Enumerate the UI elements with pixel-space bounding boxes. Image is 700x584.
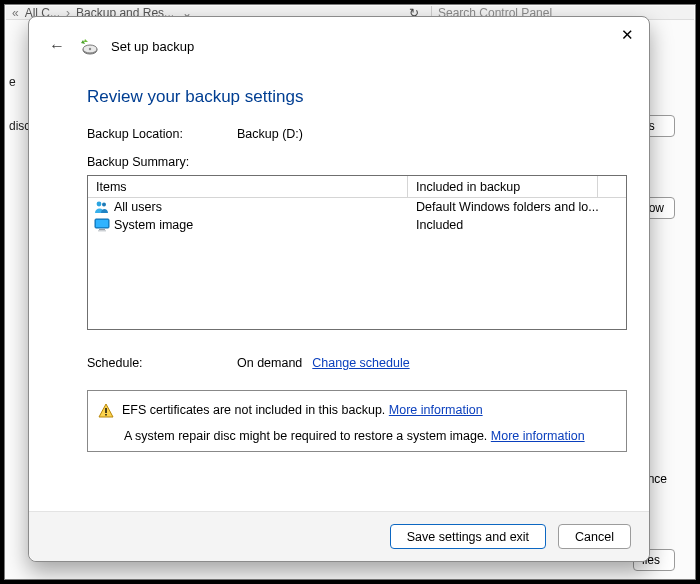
close-button[interactable]: ✕ xyxy=(615,23,639,47)
column-header-items[interactable]: Items xyxy=(88,176,408,198)
column-header-included[interactable]: Included in backup xyxy=(408,176,598,198)
row-item-label: All users xyxy=(114,200,162,214)
warning-icon xyxy=(98,403,114,419)
backup-location-value: Backup (D:) xyxy=(237,127,303,141)
info-panel: EFS certificates are not included in thi… xyxy=(87,390,627,452)
table-row[interactable]: System image Included xyxy=(88,216,626,234)
backup-location-label: Backup Location: xyxy=(87,127,237,141)
svg-rect-10 xyxy=(105,414,106,416)
back-arrow-icon: ← xyxy=(49,37,65,54)
svg-point-4 xyxy=(102,203,106,207)
set-up-backup-dialog: ✕ ← Set up backup Review your xyxy=(28,16,650,562)
page-title: Review your backup settings xyxy=(87,87,629,107)
cancel-button[interactable]: Cancel xyxy=(558,524,631,549)
dialog-section-title: Set up backup xyxy=(111,39,194,54)
table-header-row: Items Included in backup xyxy=(88,176,626,198)
svg-point-3 xyxy=(97,202,102,207)
svg-rect-7 xyxy=(99,229,105,230)
dialog-footer: Save settings and exit Cancel xyxy=(29,511,649,561)
svg-rect-6 xyxy=(96,220,108,227)
info-text: EFS certificates are not included in thi… xyxy=(122,403,483,419)
table-row[interactable]: All users Default Windows folders and lo… xyxy=(88,198,626,216)
close-icon: ✕ xyxy=(621,26,634,44)
backup-summary-label: Backup Summary: xyxy=(87,155,627,169)
more-information-link[interactable]: More information xyxy=(389,403,483,417)
schedule-label: Schedule: xyxy=(87,356,237,370)
svg-point-2 xyxy=(89,48,91,50)
backup-wizard-icon xyxy=(79,37,99,55)
schedule-value: On demand xyxy=(237,356,302,370)
save-settings-button[interactable]: Save settings and exit xyxy=(390,524,546,549)
row-included-label: Included xyxy=(408,218,626,232)
back-button[interactable]: ← xyxy=(47,37,67,55)
more-information-link[interactable]: More information xyxy=(491,429,585,443)
svg-rect-9 xyxy=(105,408,106,413)
backup-summary-table: Items Included in backup xyxy=(87,175,627,330)
row-included-label: Default Windows folders and lo... xyxy=(408,200,626,214)
column-header-spacer xyxy=(598,176,626,198)
change-schedule-link[interactable]: Change schedule xyxy=(312,356,409,370)
row-item-label: System image xyxy=(114,218,193,232)
info-text: A system repair disc might be required t… xyxy=(124,429,616,443)
history-chevrons-icon[interactable]: « xyxy=(12,6,19,20)
svg-rect-8 xyxy=(98,230,106,231)
monitor-icon xyxy=(94,217,110,233)
users-icon xyxy=(94,199,110,215)
